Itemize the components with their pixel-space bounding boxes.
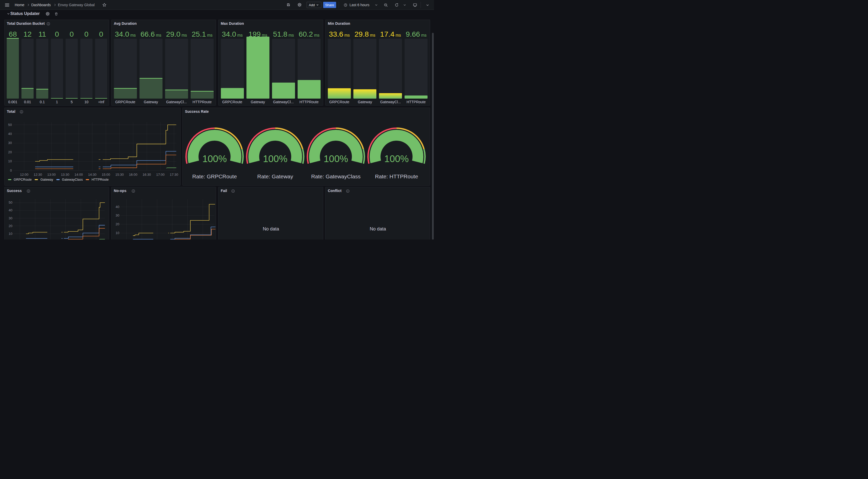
svg-text:17:00: 17:00: [156, 173, 164, 176]
svg-text:10: 10: [8, 159, 11, 163]
svg-text:Rate: GRPCRoute: Rate: GRPCRoute: [192, 173, 237, 179]
svg-text:50: 50: [8, 201, 12, 204]
svg-text:14:00: 14:00: [74, 173, 83, 176]
svg-text:16:30: 16:30: [142, 173, 151, 176]
svg-text:40: 40: [8, 132, 11, 136]
svg-text:100%: 100%: [384, 153, 409, 164]
svg-text:14:30: 14:30: [88, 173, 97, 176]
svg-text:12:00: 12:00: [20, 173, 28, 176]
svg-text:20: 20: [8, 224, 12, 228]
svg-text:16:00: 16:00: [129, 173, 137, 176]
svg-text:15:00: 15:00: [101, 173, 110, 176]
svg-text:30: 30: [8, 141, 11, 145]
svg-text:40: 40: [116, 205, 119, 209]
svg-text:30: 30: [8, 216, 12, 220]
svg-text:50: 50: [8, 123, 11, 127]
svg-text:0: 0: [10, 169, 11, 172]
svg-text:13:30: 13:30: [61, 173, 69, 176]
svg-text:15:30: 15:30: [115, 173, 124, 176]
svg-text:Rate: Gateway: Rate: Gateway: [257, 173, 293, 179]
svg-text:100%: 100%: [202, 153, 227, 164]
svg-text:12:30: 12:30: [34, 173, 42, 176]
svg-text:100%: 100%: [324, 153, 348, 164]
svg-text:10: 10: [8, 232, 12, 236]
svg-text:Rate: GatewayClass: Rate: GatewayClass: [311, 173, 361, 179]
svg-text:13:00: 13:00: [47, 173, 56, 176]
svg-text:20: 20: [116, 222, 119, 226]
svg-text:Rate: HTTPRoute: Rate: HTTPRoute: [375, 173, 418, 179]
svg-text:30: 30: [116, 213, 119, 217]
svg-text:10: 10: [116, 231, 119, 235]
svg-text:17:30: 17:30: [170, 173, 178, 176]
svg-text:40: 40: [8, 208, 12, 212]
svg-text:100%: 100%: [263, 153, 287, 164]
svg-text:20: 20: [8, 150, 11, 154]
